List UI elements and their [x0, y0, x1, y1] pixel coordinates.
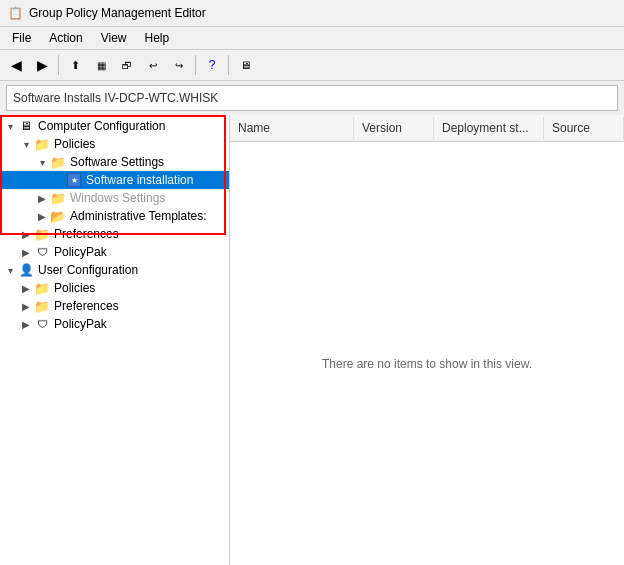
- breadcrumb-text: Software Installs IV-DCP-WTC.WHISK: [13, 91, 218, 105]
- new-window-button[interactable]: 🗗: [115, 53, 139, 77]
- tree-item-policypak-user[interactable]: ▶ 🛡 PolicyPak: [0, 315, 229, 333]
- tree-item-software-settings[interactable]: ▾ 📁 Software Settings: [0, 153, 229, 171]
- user-config-icon: 👤: [18, 262, 34, 278]
- folder-icon-preferences-user: 📁: [34, 298, 50, 314]
- folder-icon-preferences-comp: 📁: [34, 226, 50, 242]
- label-computer-config: Computer Configuration: [36, 118, 167, 134]
- up-button[interactable]: ⬆: [63, 53, 87, 77]
- empty-message: There are no items to show in this view.: [230, 142, 624, 565]
- folder-icon-admin-templates: 📂: [50, 208, 66, 224]
- show-hide-button[interactable]: ▦: [89, 53, 113, 77]
- folder-icon-windows-settings: 📁: [50, 190, 66, 206]
- label-policies-user: Policies: [52, 280, 97, 296]
- tree-item-policies-user[interactable]: ▶ 📁 Policies: [0, 279, 229, 297]
- tree-item-policypak-comp[interactable]: ▶ 🛡 PolicyPak: [0, 243, 229, 261]
- content-panel: Name Version Deployment st... Source The…: [230, 115, 624, 565]
- toolbar-separator-1: [58, 55, 59, 75]
- folder-icon-software-settings: 📁: [50, 154, 66, 170]
- tree-item-software-installation[interactable]: ★ Software installation: [0, 171, 229, 189]
- toolbar-separator-3: [228, 55, 229, 75]
- menu-view[interactable]: View: [93, 29, 135, 47]
- computer-button[interactable]: 🖥: [233, 53, 257, 77]
- label-policypak-user: PolicyPak: [52, 316, 109, 332]
- label-software-settings: Software Settings: [68, 154, 166, 170]
- breadcrumb[interactable]: Software Installs IV-DCP-WTC.WHISK: [6, 85, 618, 111]
- label-admin-templates: Administrative Templates:: [68, 208, 209, 224]
- title-bar: 📋 Group Policy Management Editor: [0, 0, 624, 27]
- expand-admin-templates[interactable]: ▶: [34, 208, 50, 224]
- expand-policies-comp[interactable]: ▾: [18, 136, 34, 152]
- tree-item-windows-settings[interactable]: ▶ 📁 Windows Settings: [0, 189, 229, 207]
- sw-install-icon: ★: [66, 172, 82, 188]
- policypak-icon-comp: 🛡: [34, 244, 50, 260]
- toolbar-separator-2: [195, 55, 196, 75]
- expand-preferences-comp[interactable]: ▶: [18, 226, 34, 242]
- tree-panel: ▾ 🖥 Computer Configuration ▾ 📁 Policies …: [0, 115, 230, 565]
- tree-item-admin-templates[interactable]: ▶ 📂 Administrative Templates:: [0, 207, 229, 225]
- policypak-icon-user: 🛡: [34, 316, 50, 332]
- folder-icon-policies-comp: 📁: [34, 136, 50, 152]
- breadcrumb-container: Software Installs IV-DCP-WTC.WHISK: [0, 81, 624, 115]
- folder-icon-policies-user: 📁: [34, 280, 50, 296]
- expand-preferences-user[interactable]: ▶: [18, 298, 34, 314]
- menu-bar: File Action View Help: [0, 27, 624, 50]
- col-header-source[interactable]: Source: [544, 117, 624, 139]
- col-header-deployment[interactable]: Deployment st...: [434, 117, 544, 139]
- label-user-config: User Configuration: [36, 262, 140, 278]
- tree-item-preferences-user[interactable]: ▶ 📁 Preferences: [0, 297, 229, 315]
- menu-file[interactable]: File: [4, 29, 39, 47]
- computer-icon: 🖥: [18, 118, 34, 134]
- expand-policies-user[interactable]: ▶: [18, 280, 34, 296]
- label-policypak-comp: PolicyPak: [52, 244, 109, 260]
- label-preferences-user: Preferences: [52, 298, 121, 314]
- expand-windows-settings[interactable]: ▶: [34, 190, 50, 206]
- tree-item-computer-config[interactable]: ▾ 🖥 Computer Configuration: [0, 117, 229, 135]
- help-button[interactable]: ?: [200, 53, 224, 77]
- empty-text: There are no items to show in this view.: [322, 357, 532, 371]
- tree-item-user-config[interactable]: ▾ 👤 User Configuration: [0, 261, 229, 279]
- label-windows-settings: Windows Settings: [68, 190, 167, 206]
- expand-computer-config[interactable]: ▾: [2, 118, 18, 134]
- label-preferences-comp: Preferences: [52, 226, 121, 242]
- app-icon: 📋: [8, 6, 23, 20]
- menu-action[interactable]: Action: [41, 29, 90, 47]
- forward-button[interactable]: ▶: [30, 53, 54, 77]
- expand-policypak-user[interactable]: ▶: [18, 316, 34, 332]
- back-btn2[interactable]: ↩: [141, 53, 165, 77]
- tree-item-preferences-comp[interactable]: ▶ 📁 Preferences: [0, 225, 229, 243]
- app-title: Group Policy Management Editor: [29, 6, 206, 20]
- column-headers: Name Version Deployment st... Source: [230, 115, 624, 142]
- back-button[interactable]: ◀: [4, 53, 28, 77]
- col-header-version[interactable]: Version: [354, 117, 434, 139]
- menu-help[interactable]: Help: [137, 29, 178, 47]
- col-header-name[interactable]: Name: [230, 117, 354, 139]
- tree-item-policies-comp[interactable]: ▾ 📁 Policies: [0, 135, 229, 153]
- expand-user-config[interactable]: ▾: [2, 262, 18, 278]
- label-policies-comp: Policies: [52, 136, 97, 152]
- label-software-installation: Software installation: [84, 172, 195, 188]
- fwd-btn2[interactable]: ↪: [167, 53, 191, 77]
- toolbar: ◀ ▶ ⬆ ▦ 🗗 ↩ ↪ ? 🖥: [0, 50, 624, 81]
- tree: ▾ 🖥 Computer Configuration ▾ 📁 Policies …: [0, 115, 229, 335]
- expand-software-settings[interactable]: ▾: [34, 154, 50, 170]
- expand-policypak-comp[interactable]: ▶: [18, 244, 34, 260]
- main-layout: ▾ 🖥 Computer Configuration ▾ 📁 Policies …: [0, 115, 624, 565]
